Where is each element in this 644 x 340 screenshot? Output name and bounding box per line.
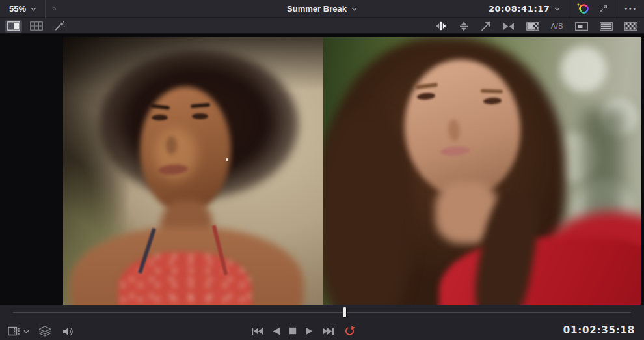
play-reverse-button[interactable] — [272, 325, 280, 337]
transport-panel: 01:02:35:18 — [0, 305, 644, 340]
separator — [45, 0, 46, 18]
loop-icon — [343, 326, 356, 336]
viewer-frame-b[interactable] — [323, 37, 641, 305]
wipe-box-icon — [575, 22, 588, 31]
clip-title-menu[interactable]: Summer Break — [287, 0, 357, 18]
top-right-controls: 20:08:41:17 ✦ ••• — [489, 0, 637, 18]
wipe-difference-icon — [526, 22, 539, 31]
wipe-style-group: A/B — [435, 18, 637, 34]
split-screen-frame — [63, 37, 641, 305]
magic-wand-icon — [53, 21, 65, 31]
wipe-butterfly-button[interactable] — [503, 22, 515, 31]
layout-chevron-down-icon[interactable] — [23, 330, 29, 333]
playhead[interactable] — [343, 307, 347, 318]
layers-icon — [38, 326, 51, 337]
viewer-window: 55% Summer Break 20:08:41:17 ✦ — [0, 0, 644, 340]
options-menu-button[interactable]: ••• — [624, 5, 637, 12]
viewer-layout-button[interactable] — [8, 326, 20, 336]
magic-enhance-button[interactable] — [51, 20, 68, 33]
go-to-last-frame-button[interactable] — [322, 325, 334, 337]
split-screen-button[interactable] — [5, 20, 22, 33]
wipe-vertical-button[interactable] — [435, 21, 447, 31]
zoom-chevron-down-icon[interactable] — [31, 7, 36, 11]
grid-view-button[interactable] — [28, 20, 45, 33]
bottom-left-tools — [8, 326, 74, 337]
stop-button[interactable] — [289, 325, 297, 337]
ab-compare-button[interactable]: A/B — [551, 22, 563, 30]
zoom-level-value[interactable]: 55% — [9, 4, 26, 14]
sparkle-icon: ✦ — [576, 3, 580, 8]
transport-controls — [251, 325, 356, 337]
wipe-box-button[interactable] — [575, 22, 588, 31]
skip-to-end-icon — [322, 327, 334, 335]
wipe-butterfly-icon — [503, 22, 515, 31]
wipe-venetian-icon — [600, 22, 613, 31]
go-to-first-frame-button[interactable] — [251, 325, 263, 337]
stop-icon — [289, 327, 297, 335]
viewer-layout-icon — [8, 326, 20, 336]
expand-icon — [598, 4, 608, 14]
wipe-checkerboard-button[interactable] — [624, 22, 637, 31]
top-bar: 55% Summer Break 20:08:41:17 ✦ — [0, 0, 644, 18]
play-icon — [305, 327, 314, 335]
clip-title: Summer Break — [287, 4, 347, 14]
wipe-difference-button[interactable] — [526, 22, 539, 31]
grid-view-icon — [30, 21, 43, 31]
wipe-venetian-button[interactable] — [600, 22, 613, 31]
loop-button[interactable] — [343, 325, 356, 337]
layers-button[interactable] — [38, 326, 51, 337]
viewer-frame-a[interactable] — [63, 37, 323, 305]
wipe-horizontal-button[interactable] — [459, 21, 469, 31]
wipe-checkerboard-icon — [624, 22, 637, 31]
viewer-toolbar: A/B — [0, 18, 644, 34]
color-wheel-icon — [579, 4, 589, 14]
viewer-area — [0, 34, 644, 305]
split-screen-icon — [7, 21, 20, 31]
speaker-icon — [62, 326, 74, 337]
zoom-controls: 55% — [9, 0, 56, 18]
status-dot-icon — [53, 7, 56, 10]
scrub-bar[interactable] — [13, 312, 631, 313]
audio-mute-button[interactable] — [62, 326, 74, 337]
title-chevron-down-icon — [351, 7, 357, 11]
timecode-chevron-down-icon[interactable] — [554, 7, 560, 11]
play-reverse-icon — [272, 327, 280, 335]
separator — [617, 0, 617, 18]
expand-viewer-button[interactable] — [598, 4, 608, 14]
source-timecode: 20:08:41:17 — [489, 4, 550, 14]
color-grade-button[interactable]: ✦ — [577, 3, 590, 15]
skip-to-start-icon — [251, 327, 263, 335]
separator — [569, 0, 569, 18]
wipe-vertical-icon — [435, 21, 447, 31]
timeline-timecode: 01:02:35:18 — [563, 324, 635, 336]
play-forward-button[interactable] — [305, 325, 314, 337]
viewer-mode-group — [5, 18, 74, 34]
wipe-horizontal-icon — [459, 21, 469, 31]
wipe-diagonal-icon — [481, 21, 491, 31]
wipe-diagonal-button[interactable] — [481, 21, 491, 31]
